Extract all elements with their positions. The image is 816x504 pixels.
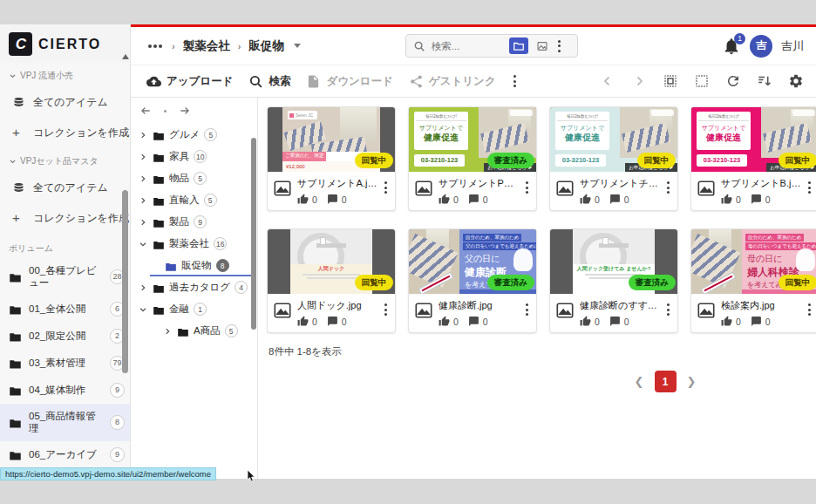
chevron-right-icon[interactable] — [138, 196, 148, 205]
user-avatar[interactable]: 吉 — [750, 35, 772, 58]
notifications-bell-icon[interactable]: 1 — [722, 37, 741, 56]
volume-item[interactable]: 00_各種プレビュー28 — [0, 258, 130, 296]
volume-item[interactable]: 05_商品情報管理8 — [0, 404, 130, 441]
search-scope-image-button[interactable] — [533, 37, 552, 54]
search-button[interactable]: 検索 — [248, 74, 290, 89]
asset-thumbnail[interactable]: 毎日2錠飲むだけ!サプリメントで健康促進03-3210-123お申込みはこちら … — [691, 107, 816, 172]
upload-button[interactable]: アップロード — [146, 74, 233, 89]
chevron-right-icon[interactable] — [138, 153, 148, 161]
asset-filename[interactable]: 健康診断.jpg — [439, 298, 519, 312]
asset-card[interactable]: 自分のため、家族のため母の日をいつまでも迎えるために母の日に婦人科検診を考えてみ… — [690, 228, 816, 333]
nav-forward-icon[interactable] — [631, 73, 647, 89]
scroll-up-arrow-icon[interactable] — [122, 54, 129, 59]
comment-icon[interactable] — [468, 316, 479, 327]
asset-filename[interactable]: 検診案内.jpg — [721, 298, 801, 312]
chevron-right-icon[interactable] — [138, 131, 148, 140]
breadcrumb-dropdown-icon[interactable] — [294, 44, 301, 48]
create-collection-item[interactable]: +コレクションを作成 — [0, 118, 130, 148]
chevron-right-icon[interactable] — [138, 174, 148, 183]
refresh-icon[interactable] — [725, 73, 741, 89]
asset-thumbnail[interactable]: 毎日2錠飲むだけ!サプリメントで健康促進03-3210-123お申込みはこちら … — [550, 107, 677, 172]
comment-icon[interactable] — [609, 194, 621, 205]
tree-forward-icon[interactable] — [179, 105, 191, 117]
sort-icon[interactable] — [757, 73, 772, 89]
brand-logo[interactable]: C CIERTO — [0, 24, 130, 63]
settings-gear-icon[interactable] — [788, 73, 804, 89]
comment-icon[interactable] — [327, 316, 338, 327]
tree-folder-item[interactable]: グルメ5 — [138, 124, 257, 146]
asset-filename[interactable]: サプリメントB.jpg — [721, 176, 801, 190]
asset-card[interactable]: 人間ドック受けてみ ませんか?審査済み健康診断のすすめ.jpg00 — [549, 228, 678, 333]
thumbs-up-icon[interactable] — [580, 194, 591, 205]
asset-filename[interactable]: 健康診断のすすめ.jpg — [580, 298, 660, 312]
volume-item[interactable]: 02_限定公開2 — [0, 323, 130, 350]
nav-back-icon[interactable] — [600, 73, 615, 89]
chevron-down-icon[interactable] — [138, 305, 148, 314]
card-menu-kebab[interactable] — [383, 176, 391, 205]
asset-card[interactable]: 毎日2錠飲むだけ!サプリメントで健康促進03-3210-123お申込みはこちら … — [549, 106, 678, 211]
search-input[interactable] — [430, 40, 505, 52]
tree-folder-item[interactable]: 製品9 — [138, 211, 257, 233]
card-menu-kebab[interactable] — [524, 176, 532, 205]
chevron-right-icon[interactable] — [162, 327, 173, 336]
sidebar-section-header[interactable]: VPJセット品マスタ — [0, 148, 130, 173]
tree-folder-item[interactable]: 販促物8 — [138, 255, 257, 276]
create-collection-item[interactable]: +コレクションを作成 — [0, 203, 130, 234]
volume-item[interactable]: 03_素材管理79 — [0, 350, 130, 377]
tree-scrollbar-thumb[interactable] — [251, 138, 256, 330]
thumbs-up-icon[interactable] — [439, 194, 450, 205]
deselect-icon[interactable] — [694, 73, 710, 89]
breadcrumb-parent[interactable]: 製薬会社 — [183, 38, 230, 54]
search-scope-folder-button[interactable] — [509, 37, 528, 54]
all-items-item[interactable]: 全てのアイテム — [0, 87, 130, 118]
volume-item[interactable]: 01_全体公開6 — [0, 296, 130, 323]
volume-item[interactable]: 04_媒体制作9 — [0, 377, 130, 404]
search-options-kebab[interactable] — [556, 40, 562, 52]
sidebar-section-header[interactable]: VPJ 流通小売 — [0, 63, 130, 87]
sidebar-scrollbar-thumb[interactable] — [122, 190, 128, 373]
tree-folder-item[interactable]: 直輸入5 — [138, 189, 257, 211]
thumbs-up-icon[interactable] — [580, 316, 591, 327]
page-number-button[interactable]: 1 — [655, 371, 677, 392]
comment-icon[interactable] — [751, 316, 762, 327]
chevron-down-icon[interactable] — [138, 240, 148, 249]
user-name[interactable]: 吉川 — [781, 38, 804, 54]
thumbs-up-icon[interactable] — [297, 194, 309, 205]
sidebar-scrollbar[interactable] — [122, 54, 129, 473]
comment-icon[interactable] — [327, 194, 338, 205]
volume-item[interactable]: 06_アーカイブ9 — [0, 441, 130, 468]
asset-thumbnail[interactable]: 毎日2錠飲むだけ!サプリメントで健康促進03-3210-123お申込みはこちら … — [409, 107, 536, 172]
asset-thumbnail[interactable]: Seien JCご家族のた、限定¥12,000回覧中 — [268, 107, 395, 172]
asset-card[interactable]: Seien JCご家族のた、限定¥12,000回覧中サプリメントA.jpg00 — [267, 106, 396, 211]
thumbs-up-icon[interactable] — [721, 316, 732, 327]
asset-card[interactable]: 毎日2錠飲むだけ!サプリメントで健康促進03-3210-123お申込みはこちら … — [690, 106, 816, 211]
tree-folder-item[interactable]: 家具10 — [138, 146, 257, 167]
chevron-right-icon[interactable] — [138, 218, 148, 227]
card-menu-kebab[interactable] — [665, 298, 673, 327]
thumbs-up-icon[interactable] — [721, 194, 732, 205]
asset-filename[interactable]: サプリメントPOP.jpg — [439, 176, 519, 190]
asset-card[interactable]: 毎日2錠飲むだけ!サプリメントで健康促進03-3210-123お申込みはこちら … — [408, 106, 537, 211]
chevron-right-icon[interactable] — [138, 283, 148, 292]
breadcrumb-current[interactable]: 販促物 — [248, 38, 284, 54]
page-next-icon[interactable]: ❯ — [687, 375, 697, 388]
comment-icon[interactable] — [609, 316, 621, 327]
page-prev-icon[interactable]: ❮ — [635, 375, 644, 388]
asset-card[interactable]: 自分のため、家族のため父の日をいつまでも迎えるために父の日に健康診断を考えてみ審… — [408, 228, 537, 333]
thumbs-up-icon[interactable] — [297, 316, 309, 327]
card-menu-kebab[interactable] — [383, 298, 391, 327]
tree-folder-item[interactable]: 金融1 — [138, 298, 257, 320]
card-menu-kebab[interactable] — [524, 298, 532, 327]
tree-folder-item[interactable]: A商品5 — [138, 320, 257, 342]
asset-filename[interactable]: サプリメントA.jpg — [297, 176, 377, 190]
select-all-icon[interactable] — [663, 73, 678, 89]
card-menu-kebab[interactable] — [806, 298, 814, 327]
asset-filename[interactable]: サプリメントチラシ.jpg — [580, 176, 660, 190]
tree-folder-item[interactable]: 過去カタログ4 — [138, 276, 257, 298]
asset-thumbnail[interactable]: 人間ドック受けてみ ませんか?審査済み — [550, 229, 677, 294]
card-menu-kebab[interactable] — [665, 176, 673, 205]
download-button[interactable]: ダウンロード — [306, 74, 392, 89]
asset-card[interactable]: 人間ドック回覧中人間ドック.jpg00 — [267, 228, 396, 333]
comment-icon[interactable] — [468, 194, 479, 205]
all-items-item[interactable]: 全てのアイテム — [0, 173, 130, 203]
